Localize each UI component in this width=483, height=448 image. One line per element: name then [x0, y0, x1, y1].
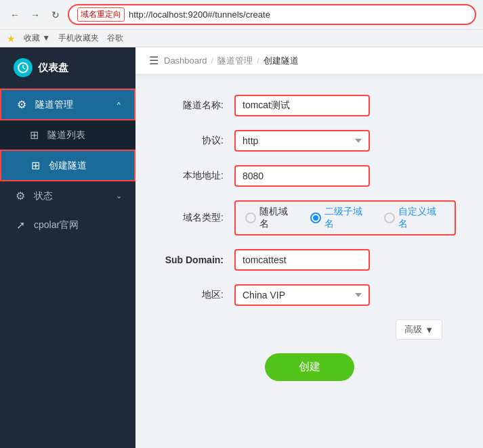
sidebar-status-label: 状态: [34, 190, 53, 202]
browser-toolbar: ← → ↻ 域名重定向 http://localhost:9200#/tunne…: [0, 0, 483, 29]
forward-button[interactable]: →: [27, 7, 43, 23]
radio-second-label: 二级子域名: [324, 206, 371, 230]
sidebar: 仪表盘 ⚙ 隧道管理 ^ ⊞ 隧道列表 ⊞ 创建隧道 ⚙ 状态 ⌄: [0, 47, 135, 448]
radio-circle-second: [310, 212, 321, 223]
main-content: ☰ Dashboard / 隧道管理 / 创建隧道 隧道名称: 协议: http: [135, 47, 483, 448]
submit-row: 创建: [163, 353, 456, 381]
bookmark-google[interactable]: 谷歌: [107, 32, 123, 44]
chevron-down-icon: ⌄: [116, 192, 122, 200]
sidebar-create-tunnel-label: 创建隧道: [49, 160, 87, 172]
bookmark-mobile[interactable]: 手机收藏夹: [58, 32, 99, 44]
star-icon: ★: [7, 33, 16, 44]
protocol-label: 协议:: [163, 135, 224, 147]
sidebar-item-tunnel-mgmt[interactable]: ⚙ 隧道管理 ^: [0, 89, 135, 120]
chevron-up-icon: ^: [117, 101, 121, 109]
radio-random-label: 随机域名: [259, 206, 297, 230]
radio-second-domain[interactable]: 二级子域名: [310, 206, 371, 230]
breadcrumb-tunnel-mgmt: 隧道管理: [217, 55, 253, 67]
sidebar-item-create-tunnel[interactable]: ⊞ 创建隧道: [0, 150, 135, 181]
radio-circle-custom: [384, 212, 395, 223]
radio-circle-random: [245, 212, 256, 223]
sidebar-item-status[interactable]: ⚙ 状态 ⌄: [0, 181, 135, 210]
subdomain-input[interactable]: [234, 249, 370, 271]
sidebar-cpolar-label: cpolar官网: [34, 219, 79, 231]
list-icon: ⊞: [27, 129, 41, 141]
form-row-name: 隧道名称:: [163, 95, 456, 116]
sidebar-tunnel-mgmt-label: 隧道管理: [35, 99, 73, 111]
refresh-button[interactable]: ↻: [47, 7, 64, 23]
name-input[interactable]: [234, 95, 370, 116]
sidebar-logo-text: 仪表盘: [38, 62, 68, 74]
form-area: 隧道名称: 协议: http https tcp udp 本地地址:: [135, 74, 483, 401]
form-row-local-addr: 本地地址:: [163, 165, 456, 187]
breadcrumb-current: 创建隧道: [264, 55, 299, 67]
local-addr-label: 本地地址:: [163, 170, 224, 182]
protocol-select[interactable]: http https tcp udp: [234, 130, 370, 152]
sidebar-item-cpolar[interactable]: ➚ cpolar官网: [0, 210, 135, 240]
advanced-button[interactable]: 高级 ▼: [396, 319, 442, 340]
hamburger-icon[interactable]: ☰: [149, 54, 159, 67]
back-button[interactable]: ←: [7, 7, 23, 23]
external-link-icon: ➚: [14, 219, 27, 231]
form-row-domain-type: 域名类型: 随机域名 二级子域名 自定义域名: [163, 200, 456, 236]
bookmark-favorites[interactable]: 收藏 ▼: [24, 32, 50, 44]
domain-type-radio-group: 随机域名 二级子域名 自定义域名: [234, 200, 456, 236]
radio-random-domain[interactable]: 随机域名: [245, 206, 297, 230]
breadcrumb-dashboard: Dashboard: [164, 55, 207, 66]
app-container: 仪表盘 ⚙ 隧道管理 ^ ⊞ 隧道列表 ⊞ 创建隧道 ⚙ 状态 ⌄: [0, 47, 483, 448]
form-row-subdomain: Sub Domain:: [163, 249, 456, 271]
create-button[interactable]: 创建: [265, 353, 354, 381]
radio-custom-domain[interactable]: 自定义域名: [384, 206, 445, 230]
advanced-arrow-icon: ▼: [425, 325, 434, 335]
form-row-protocol: 协议: http https tcp udp: [163, 130, 456, 152]
region-select[interactable]: China VIP China US Auto: [234, 284, 370, 306]
url-text: http://localhost:9200#/tunnels/create: [129, 9, 270, 20]
action-row: 高级 ▼: [163, 319, 456, 340]
region-label: 地区:: [163, 289, 224, 301]
name-label: 隧道名称:: [163, 99, 224, 112]
form-row-region: 地区: China VIP China US Auto: [163, 284, 456, 306]
radio-custom-label: 自定义域名: [398, 206, 445, 230]
sidebar-logo: 仪表盘: [0, 47, 135, 89]
bookmarks-bar: ★ 收藏 ▼ 手机收藏夹 谷歌: [0, 29, 483, 47]
create-icon: ⊞: [28, 159, 42, 172]
domain-type-label: 域名类型:: [163, 212, 224, 224]
content-header: ☰ Dashboard / 隧道管理 / 创建隧道: [135, 47, 483, 74]
breadcrumb: Dashboard / 隧道管理 / 创建隧道: [164, 55, 299, 67]
subdomain-label: Sub Domain:: [163, 254, 224, 265]
sidebar-tunnel-list-label: 隧道列表: [47, 129, 85, 141]
local-addr-input[interactable]: [234, 165, 370, 187]
sidebar-submenu-tunnel: ⊞ 隧道列表 ⊞ 创建隧道: [0, 120, 135, 181]
advanced-label: 高级: [404, 323, 422, 336]
tunnel-mgmt-icon: ⚙: [15, 98, 28, 111]
breadcrumb-sep-1: /: [211, 55, 214, 66]
status-icon: ⚙: [14, 189, 27, 202]
sidebar-item-tunnel-list[interactable]: ⊞ 隧道列表: [0, 120, 135, 150]
url-bar[interactable]: 域名重定向 http://localhost:9200#/tunnels/cre…: [68, 4, 476, 25]
breadcrumb-sep-2: /: [257, 55, 259, 66]
url-redirect-label: 域名重定向: [77, 7, 125, 22]
browser-chrome: ← → ↻ 域名重定向 http://localhost:9200#/tunne…: [0, 0, 483, 47]
dashboard-icon: [14, 58, 33, 77]
